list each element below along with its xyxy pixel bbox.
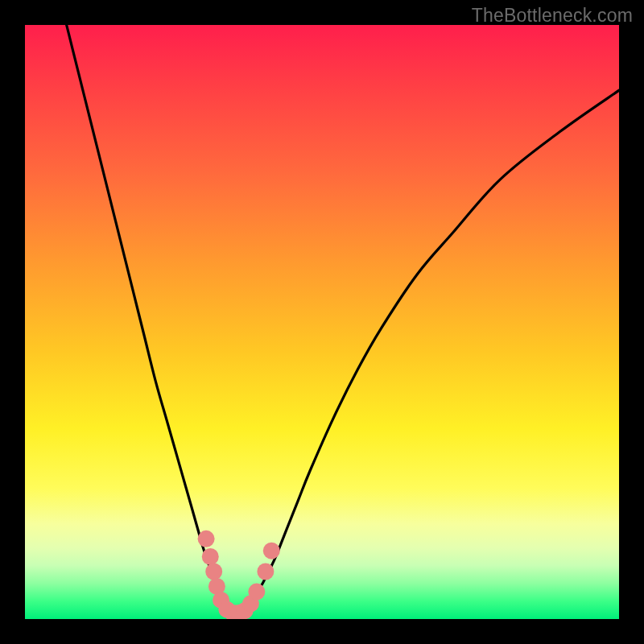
chart-svg xyxy=(25,25,619,619)
curve-markers xyxy=(198,530,280,619)
watermark-text: TheBottleneck.com xyxy=(472,5,633,27)
chart-frame: TheBottleneck.com xyxy=(0,0,644,644)
chart-plot-area xyxy=(25,25,619,619)
curve-marker xyxy=(248,584,265,601)
bottleneck-curve xyxy=(60,25,619,613)
curve-marker xyxy=(205,563,222,580)
curve-marker xyxy=(198,530,215,547)
curve-marker xyxy=(263,543,280,559)
curve-marker xyxy=(202,548,219,565)
curve-marker xyxy=(257,563,274,580)
